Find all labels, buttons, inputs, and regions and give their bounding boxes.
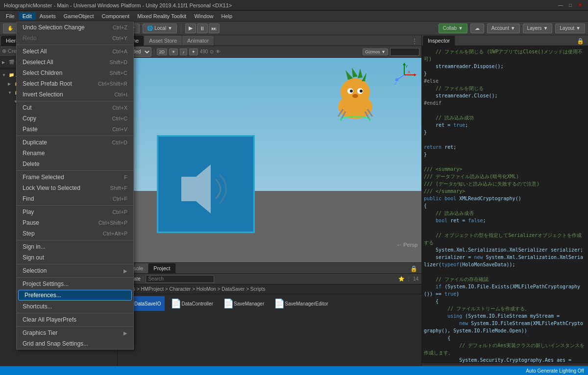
dd-redo[interactable]: RedoCtrl+Y	[17, 33, 133, 44]
dd-delete[interactable]: Delete	[17, 159, 133, 169]
menubar: File Edit Assets GameObject Component Mi…	[0, 11, 588, 22]
menu-mrt[interactable]: Mixed Reality Toolkit	[133, 12, 190, 20]
audio-btn[interactable]: ♪	[180, 48, 187, 55]
dd-frame-selected[interactable]: Frame SelectedF	[17, 172, 133, 183]
project-toolbar: ⊕ Create | ⭐ ⋮ 14	[118, 274, 421, 284]
fx-btn[interactable]: ✦	[189, 48, 198, 55]
scene-panel-options[interactable]: ⋮	[409, 37, 420, 46]
breadcrumb-path[interactable]: Assets > HMProject > Character > HoloMon…	[121, 286, 265, 292]
hand-tool[interactable]: ✋	[3, 23, 18, 33]
step-button[interactable]: ⏭	[209, 23, 220, 33]
project-file-savemanagereditor[interactable]: 📄 SaveManagerEditor	[270, 296, 332, 311]
dd-find[interactable]: FindCtrl+F	[17, 193, 133, 204]
svg-text:X: X	[408, 70, 411, 74]
dd-invert-selection[interactable]: Invert SelectionCtrl+I	[17, 89, 133, 100]
dd-duplicate[interactable]: DuplicateCtrl+D	[17, 137, 133, 148]
inspector-lock[interactable]: 🔒	[574, 37, 587, 46]
dd-select-children[interactable]: Select ChildrenShift+C	[17, 68, 133, 78]
lighting-btn[interactable]: ☀	[169, 48, 178, 55]
menu-help[interactable]: Help	[218, 12, 237, 20]
asset-store-tab[interactable]: Asset Store	[144, 36, 182, 46]
dd-clear-playerprefs[interactable]: Clear All PlayerPrefs	[17, 314, 133, 325]
collab-button[interactable]: Collab ▼	[439, 23, 467, 33]
scene-monster	[323, 68, 382, 117]
gizmos-btn[interactable]: Gizmos ▼	[363, 48, 388, 55]
svg-marker-0	[181, 164, 211, 213]
project-tab[interactable]: Project	[148, 263, 175, 273]
bottom-panel-lock[interactable]: 🔒	[407, 264, 420, 273]
statusbar-text: Auto Generate Lighting Off	[526, 368, 584, 374]
bottom-panel: Console Project 🔒 ⊕ Create | ⭐ ⋮	[118, 262, 421, 375]
layers-button[interactable]: Layers ▼	[523, 23, 553, 33]
minimize-button[interactable]: —	[557, 1, 564, 9]
project-file-datacontroller[interactable]: 📄 DataController	[167, 296, 217, 311]
dd-deselect-all[interactable]: Deselect AllShift+D	[17, 57, 133, 68]
titlebar: HolographicMonster - Main - Universal Wi…	[0, 0, 588, 11]
animator-tab[interactable]: Animator	[182, 36, 214, 46]
scene-toolbar: Shaded | 2D ☀ ♪ ✦ 490 ⊙ 👁 Gizmos ▼	[118, 46, 421, 58]
project-file-savemanager[interactable]: 📄 SaveManager	[219, 296, 268, 311]
dd-rename[interactable]: Rename	[17, 148, 133, 159]
dd-step[interactable]: StepCtrl+Alt+P	[17, 228, 133, 239]
dd-lock-view[interactable]: Lock View to SelectedShift+F	[17, 183, 133, 193]
dd-preferences[interactable]: Preferences...	[18, 290, 132, 301]
dd-select-prefab-root[interactable]: Select Prefab RootCtrl+Shift+R	[17, 78, 133, 89]
edit-menu-dropdown: Undo Selection ChangeCtrl+Z RedoCtrl+Y S…	[16, 22, 134, 350]
local-btn[interactable]: 🌐 Local ▼	[143, 23, 176, 33]
svg-point-11	[352, 94, 358, 98]
project-files: 📄 DataSaveIO 📄 DataController 📄 SaveMana…	[118, 294, 421, 366]
hidden-toggle[interactable]: 👁	[216, 49, 220, 54]
dd-paste[interactable]: PasteCtrl+V	[17, 124, 133, 135]
menu-assets[interactable]: Assets	[36, 12, 60, 20]
svg-marker-4	[352, 68, 358, 77]
dd-undo[interactable]: Undo Selection ChangeCtrl+Z	[17, 22, 133, 33]
inspector-tab[interactable]: Inspector	[423, 36, 455, 46]
2d-btn[interactable]: 2D	[157, 48, 168, 55]
account-button[interactable]: Account ▼	[487, 23, 520, 33]
close-button[interactable]: ✕	[576, 1, 584, 9]
maximize-button[interactable]: □	[566, 1, 574, 9]
inspector-panel: Inspector 🔒 // ファイルを閉じる (UWPアプリではClose()…	[421, 35, 588, 375]
dd-graphics-tier[interactable]: Graphics Tier▶	[17, 328, 133, 338]
breadcrumb: Assets > HMProject > Character > HoloMon…	[118, 284, 421, 294]
dd-sign-in[interactable]: Sign in...	[17, 241, 133, 252]
scene-tabs: Scene Asset Store Animator ⋮	[118, 35, 421, 46]
menu-window[interactable]: Window	[190, 12, 217, 20]
scene-gizmo: X Y Z	[392, 63, 416, 87]
svg-point-2	[341, 78, 370, 106]
project-view-options[interactable]: ⋮	[406, 276, 411, 281]
dd-selection[interactable]: Selection▶	[17, 265, 133, 276]
dd-cut[interactable]: CutCtrl+X	[17, 102, 133, 113]
app-title: HolographicMonster - Main - Universal Wi…	[4, 2, 557, 8]
pause-button[interactable]: ⏸	[197, 23, 208, 33]
project-asset-count: 14	[413, 276, 418, 281]
separator-1: |	[153, 49, 155, 54]
dd-project-settings[interactable]: Project Settings...	[17, 279, 133, 289]
project-search[interactable]	[146, 275, 214, 283]
favorites-btn[interactable]: ⭐	[398, 276, 404, 281]
menu-component[interactable]: Component	[98, 12, 133, 20]
menu-gameobject[interactable]: GameObject	[60, 12, 98, 20]
menu-file[interactable]: File	[2, 12, 19, 20]
persp-label: ← Persp	[396, 242, 417, 248]
svg-text:Y: Y	[405, 64, 408, 69]
dd-grid-snap[interactable]: Grid and Snap Settings...	[17, 338, 133, 349]
scene-viewport[interactable]: X Y Z ← Persp	[118, 58, 421, 262]
dd-shortcuts[interactable]: Shortcuts...	[17, 301, 133, 312]
inspector-content: // ファイルを閉じる (UWPアプリではClose()メソッドは使用不可) s…	[422, 46, 588, 363]
layout-button[interactable]: Layout ▼	[555, 23, 585, 33]
dd-sign-out[interactable]: Sign out	[17, 252, 133, 263]
dd-copy[interactable]: CopyCtrl+C	[17, 113, 133, 124]
play-button[interactable]: ▶	[185, 23, 196, 33]
dd-play[interactable]: PlayCtrl+P	[17, 207, 133, 217]
cloud-button[interactable]: ☁	[470, 23, 484, 33]
menu-edit[interactable]: Edit	[19, 12, 36, 20]
dd-pause[interactable]: PauseCtrl+Shift+P	[17, 217, 133, 228]
dd-select-all[interactable]: Select AllCtrl+A	[17, 46, 133, 57]
svg-point-10	[360, 90, 363, 93]
svg-marker-3	[345, 70, 353, 80]
svg-marker-5	[358, 69, 363, 78]
scene-speaker	[167, 155, 235, 223]
play-controls: ▶ ⏸ ⏭	[185, 23, 220, 33]
scene-search[interactable]	[390, 48, 419, 56]
